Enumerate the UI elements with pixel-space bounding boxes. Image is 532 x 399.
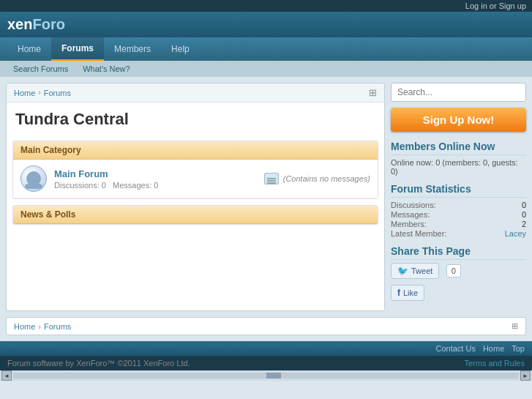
forum-name[interactable]: Main Forum <box>54 168 108 179</box>
forum-info: Main Forum Discussions: 0 Messages: 0 <box>54 168 257 190</box>
scrollbar-area: ◄ ► <box>0 370 532 381</box>
share-section: Share This Page 🐦 Tweet 0 f Like <box>391 245 526 304</box>
logo-xen: xen <box>7 16 32 32</box>
sidebar: Sign Up Now! Members Online Now Online n… <box>391 83 526 311</box>
tweet-button[interactable]: 🐦 Tweet <box>391 263 439 279</box>
nav-members[interactable]: Members <box>104 37 161 61</box>
nav-help[interactable]: Help <box>161 37 200 61</box>
logo-foro: Foro <box>32 16 64 32</box>
sub-nav-search-forums[interactable]: Search Forums <box>7 62 74 75</box>
members-online-text: Online now: 0 (members: 0, guests: 0) <box>391 158 526 176</box>
footer-top[interactable]: Top <box>512 344 525 353</box>
terms-link[interactable]: Terms and Rules <box>464 359 525 368</box>
copyright-bar: Forum software by XenForo™ ©2011 XenForo… <box>0 356 532 370</box>
logo: xenForo <box>7 16 65 33</box>
scroll-thumb[interactable] <box>266 373 281 379</box>
category-block-main: Main Category Main Forum Discussions: 0 … <box>12 141 378 199</box>
footer-breadcrumb-forums[interactable]: Forums <box>44 322 71 331</box>
sub-nav-whats-new[interactable]: What's New? <box>77 62 135 75</box>
nav-home[interactable]: Home <box>7 37 51 61</box>
last-post-text: (Contains no messages) <box>283 174 370 183</box>
footer: Contact Us Home Top <box>0 341 532 356</box>
page-title: Tundra Central <box>7 102 384 135</box>
category-header-news: News & Polls <box>13 206 378 224</box>
last-post-icon <box>264 173 279 184</box>
share-buttons: 🐦 Tweet 0 <box>391 263 526 282</box>
footer-sep1: › <box>38 322 41 331</box>
forum-stats-title: Forum Statistics <box>391 183 526 198</box>
stat-latest-member: Latest Member: Lacey <box>391 229 526 238</box>
like-row: f Like <box>391 285 526 304</box>
footer-breadcrumb-icon: ⊞ <box>512 321 518 331</box>
like-label: Like <box>403 288 418 297</box>
breadcrumb-top: Home › Forums ⊞ <box>7 83 384 102</box>
search-input[interactable] <box>391 83 526 102</box>
footer-breadcrumb-home[interactable]: Home <box>14 322 35 331</box>
category-header-main: Main Category <box>13 141 378 160</box>
main-layout: Home › Forums ⊞ Tundra Central Main Cate… <box>0 77 532 317</box>
breadcrumb-bottom: Home › Forums ⊞ <box>6 317 526 335</box>
top-bar: Log in or Sign up <box>0 0 532 12</box>
stat-discussions: Discussions: 0 <box>391 201 526 209</box>
header: xenForo <box>0 12 532 37</box>
sub-nav: Search Forums What's New? <box>0 61 532 77</box>
latest-member-link[interactable]: Lacey <box>505 229 526 238</box>
members-online-title: Members Online Now <box>391 141 526 155</box>
footer-contact[interactable]: Contact Us <box>435 344 475 353</box>
tweet-count: 0 <box>446 264 461 277</box>
main-nav: Home Forums Members Help <box>0 37 532 61</box>
forum-icon <box>20 165 47 192</box>
twitter-icon: 🐦 <box>397 266 408 276</box>
breadcrumb-expand-icon[interactable]: ⊞ <box>369 87 377 98</box>
tweet-label: Tweet <box>411 266 432 275</box>
forum-last-post: (Contains no messages) <box>264 173 370 184</box>
stat-members: Members: 2 <box>391 220 526 228</box>
copyright-text: Forum software by XenForo™ ©2011 XenForo… <box>7 359 190 368</box>
scroll-left-arrow[interactable]: ◄ <box>1 370 12 381</box>
forum-row-main: Main Forum Discussions: 0 Messages: 0 (C… <box>13 160 378 198</box>
content-area: Home › Forums ⊞ Tundra Central Main Cate… <box>6 83 385 311</box>
facebook-icon: f <box>397 288 400 298</box>
content-spacer <box>7 231 384 275</box>
forum-stats-section: Forum Statistics Discussions: 0 Messages… <box>391 183 526 238</box>
login-signup-link[interactable]: Log in or Sign up <box>465 1 526 10</box>
breadcrumb-forums[interactable]: Forums <box>44 89 71 97</box>
forum-meta: Discussions: 0 Messages: 0 <box>54 181 257 190</box>
nav-forums[interactable]: Forums <box>51 37 104 61</box>
forum-icon-inner <box>26 171 41 186</box>
scroll-right-arrow[interactable]: ► <box>520 370 531 381</box>
breadcrumb-home[interactable]: Home <box>14 89 35 97</box>
sidebar-search <box>391 83 526 102</box>
share-title: Share This Page <box>391 245 526 260</box>
scroll-track <box>13 373 519 379</box>
breadcrumb-sep1: › <box>38 89 40 97</box>
signup-button[interactable]: Sign Up Now! <box>391 108 526 132</box>
category-block-news: News & Polls <box>12 205 378 225</box>
members-online-section: Members Online Now Online now: 0 (member… <box>391 141 526 176</box>
like-button[interactable]: f Like <box>391 285 424 301</box>
footer-home[interactable]: Home <box>483 344 504 353</box>
stat-messages: Messages: 0 <box>391 210 526 219</box>
